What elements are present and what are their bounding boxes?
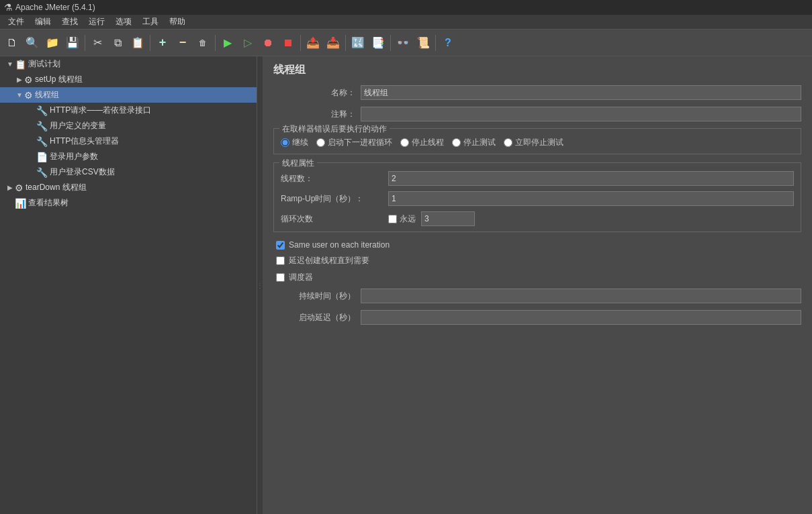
name-input[interactable] <box>361 85 801 100</box>
tree-arrow-setup[interactable]: ▶ <box>15 76 24 83</box>
sep3 <box>215 35 216 51</box>
iterations-input[interactable] <box>421 211 475 226</box>
error-section: 在取样器错误后要执行的动作 继续 启动下一进程循环 停止线程 停止测试 <box>273 128 801 154</box>
title-bar-text: Apache JMeter (5.4.1) <box>15 3 95 12</box>
radio-stop-now[interactable]: 立即停止测试 <box>504 137 563 148</box>
tree-item-csv-data[interactable]: 🔧 用户登录CSV数据 <box>0 164 257 180</box>
rampup-label: Ramp-Up时间（秒）： <box>281 193 388 205</box>
log-button[interactable]: 📜 <box>414 34 433 52</box>
tree-label-result-tree: 查看结果树 <box>28 197 69 209</box>
copy-button[interactable]: ⧉ <box>108 34 127 52</box>
radio-continue[interactable]: 继续 <box>281 137 308 148</box>
run-button[interactable]: ▶ <box>218 34 237 52</box>
comment-input[interactable] <box>361 107 801 121</box>
tree-item-http-header[interactable]: 🔧 HTTP信息头管理器 <box>0 134 257 149</box>
duration-input[interactable] <box>361 289 801 303</box>
menu-run[interactable]: 运行 <box>83 15 110 29</box>
menu-bar: 文件 编辑 查找 运行 选项 工具 帮助 <box>0 15 812 30</box>
tree-item-http-request[interactable]: 🔧 HTTP请求——若依登录接口 <box>0 103 257 118</box>
forever-group[interactable]: 永远 <box>388 213 416 225</box>
menu-find[interactable]: 查找 <box>56 15 83 29</box>
http-header-icon: 🔧 <box>36 136 48 147</box>
cut-button[interactable]: ✂ <box>88 34 107 52</box>
tree-arrow-test-plan[interactable]: ▼ <box>5 60 15 68</box>
tree-item-user-vars[interactable]: 🔧 用户定义的变量 <box>0 118 257 134</box>
tree-label-user-vars: 用户定义的变量 <box>50 120 106 132</box>
radio-stop-thread[interactable]: 停止线程 <box>400 137 444 148</box>
thread-group-icon: ⚙ <box>24 90 33 101</box>
clear-button[interactable]: 🗑 <box>193 34 212 52</box>
scheduler-checkbox[interactable] <box>276 273 285 282</box>
name-row: 名称： <box>273 85 801 100</box>
scheduler-label: 调度器 <box>289 272 313 283</box>
save-button[interactable]: 💾 <box>63 34 82 52</box>
stop-loop-button[interactable]: ⏺ <box>259 34 277 52</box>
save-template-button[interactable]: 📁 <box>43 34 62 52</box>
iterations-row: 循环次数 永远 <box>281 211 794 226</box>
radio-start-next[interactable]: 启动下一进程循环 <box>316 137 392 148</box>
radio-stop-test[interactable]: 停止测试 <box>452 137 496 148</box>
remote-stop-button[interactable]: 📥 <box>324 34 343 52</box>
user-vars-icon: 🔧 <box>36 121 48 132</box>
add-button[interactable]: + <box>153 34 172 52</box>
delay-create-checkbox[interactable] <box>276 256 285 265</box>
setup-icon: ⚙ <box>24 74 33 85</box>
content-panel: 线程组 名称： 注释： 在取样器错误后要执行的动作 继续 启动下一进程循环 <box>263 56 812 514</box>
menu-file[interactable]: 文件 <box>3 15 30 29</box>
result-tree-icon: 📊 <box>15 198 26 209</box>
duration-row: 持续时间（秒） <box>273 289 801 303</box>
stop-button[interactable]: ⏹ <box>279 34 298 52</box>
run-nopause-button[interactable]: ▷ <box>238 34 257 52</box>
tree-label-test-plan: 测试计划 <box>28 58 60 70</box>
error-section-label: 在取样器错误后要执行的动作 <box>279 123 390 135</box>
panel-title: 线程组 <box>273 63 801 77</box>
radio-continue-label: 继续 <box>292 137 308 148</box>
app-icon: ⚗ <box>4 2 13 13</box>
tree-arrow-thread-group[interactable]: ▼ <box>15 91 24 99</box>
tree-item-login-params[interactable]: 📄 登录用户参数 <box>0 149 257 164</box>
menu-edit[interactable]: 编辑 <box>30 15 56 29</box>
open-button[interactable]: 🔍 <box>23 34 42 52</box>
toolbar: 🗋 🔍 📁 💾 ✂ ⧉ 📋 + − 🗑 ▶ ▷ ⏺ ⏹ 📤 📥 🔣 📑 👓 📜 … <box>0 30 812 56</box>
remove-button[interactable]: − <box>173 34 192 52</box>
sep4 <box>300 35 301 51</box>
menu-tools[interactable]: 工具 <box>137 15 164 29</box>
tree-item-test-plan[interactable]: ▼ 📋 测试计划 <box>0 56 257 72</box>
tree-item-setup[interactable]: ▶ ⚙ setUp 线程组 <box>0 72 257 87</box>
remote-start-button[interactable]: 📤 <box>304 34 322 52</box>
tree-item-thread-group[interactable]: ▼ ⚙ 线程组 <box>0 87 257 103</box>
rampup-input[interactable] <box>388 191 794 206</box>
help-button[interactable]: ? <box>439 34 457 52</box>
main-layout: ▼ 📋 测试计划 ▶ ⚙ setUp 线程组 ▼ ⚙ 线程组 🔧 HTTP请求—… <box>0 56 812 514</box>
function-helper-button[interactable]: 🔣 <box>349 34 367 52</box>
thread-props-section: 线程属性 线程数： Ramp-Up时间（秒）： 循环次数 永 <box>273 162 801 232</box>
glasses-button[interactable]: 👓 <box>394 34 412 52</box>
same-user-checkbox[interactable] <box>276 241 285 250</box>
name-label: 名称： <box>273 87 361 99</box>
paste-button[interactable]: 📋 <box>128 34 147 52</box>
teardown-icon: ⚙ <box>15 183 24 193</box>
tree-label-teardown: tearDown 线程组 <box>26 182 87 193</box>
threads-input[interactable] <box>388 171 794 186</box>
forever-checkbox[interactable] <box>388 215 397 223</box>
scheduler-row[interactable]: 调度器 <box>276 272 801 283</box>
sep1 <box>85 35 85 51</box>
same-user-row[interactable]: Same user on each iteration <box>276 240 801 250</box>
menu-options[interactable]: 选项 <box>110 15 137 29</box>
tree-label-csv-data: 用户登录CSV数据 <box>50 166 115 178</box>
delay-create-row[interactable]: 延迟创建线程直到需要 <box>276 255 801 266</box>
tree-arrow-teardown[interactable]: ▶ <box>5 184 15 191</box>
sep6 <box>390 35 391 51</box>
tree-item-result-tree[interactable]: 📊 查看结果树 <box>0 195 257 211</box>
tree-label-http-header: HTTP信息头管理器 <box>50 136 119 147</box>
menu-help[interactable]: 帮助 <box>164 15 191 29</box>
new-button[interactable]: 🗋 <box>3 34 21 52</box>
tree-label-setup: setUp 线程组 <box>35 74 83 85</box>
split-handle[interactable]: ⋮ <box>257 56 263 514</box>
tree-label-login-params: 登录用户参数 <box>50 151 98 162</box>
error-radio-group: 继续 启动下一进程循环 停止线程 停止测试 立即停止测试 <box>281 134 794 148</box>
tree-item-teardown[interactable]: ▶ ⚙ tearDown 线程组 <box>0 180 257 195</box>
startup-delay-input[interactable] <box>361 310 801 325</box>
templates-button[interactable]: 📑 <box>369 34 388 52</box>
sep2 <box>150 35 150 51</box>
